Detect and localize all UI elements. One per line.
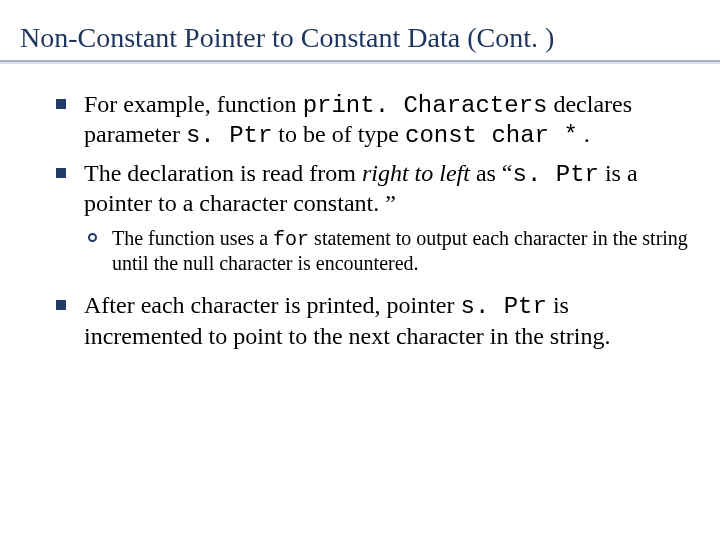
code: print. Characters <box>303 92 548 119</box>
italic: right to left <box>362 160 470 186</box>
bullet-3: After each character is printed, pointer… <box>54 291 692 350</box>
code: s. Ptr <box>186 122 272 149</box>
code: s. Ptr <box>460 293 546 320</box>
code: const char * <box>405 122 578 149</box>
sub-bullet-1: The function uses a for statement to out… <box>84 227 692 275</box>
text: For example, function <box>84 91 303 117</box>
bullet-1: For example, function print. Characters … <box>54 90 692 151</box>
text: as “ <box>470 160 513 186</box>
text: After each character is printed, pointer <box>84 292 460 318</box>
sub-bullets: The function uses a for statement to out… <box>84 227 692 275</box>
slide-title: Non-Constant Pointer to Constant Data (C… <box>20 22 692 54</box>
code: s. Ptr <box>513 161 599 188</box>
text: . <box>578 121 590 147</box>
text: The declaration is read from <box>84 160 362 186</box>
code: for <box>273 228 309 251</box>
title-underline <box>0 60 720 64</box>
text: The function uses a <box>112 227 273 249</box>
text: to be of type <box>272 121 405 147</box>
slide: Non-Constant Pointer to Constant Data (C… <box>0 0 720 540</box>
bullet-2: The declaration is read from right to le… <box>54 159 692 218</box>
slide-body: For example, function print. Characters … <box>20 90 692 350</box>
